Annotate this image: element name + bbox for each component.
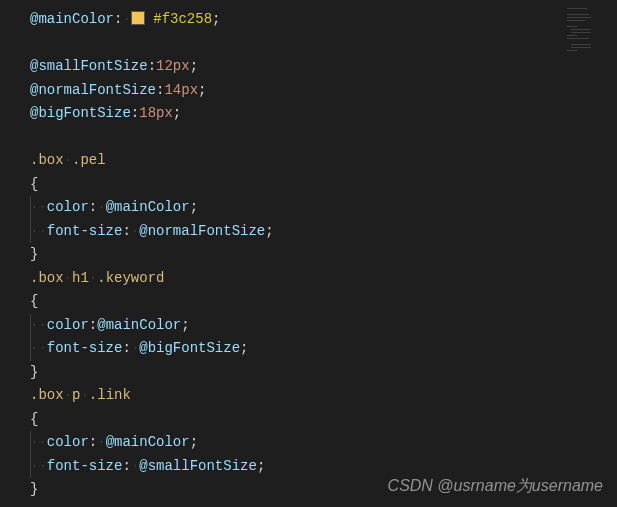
code-line: .box·.pel bbox=[0, 149, 617, 173]
code-line: ··font-size:·@bigFontSize; bbox=[0, 337, 617, 361]
code-editor[interactable]: @mainColor:· #f3c258; @smallFontSize:12p… bbox=[0, 0, 617, 507]
selector-keyword: .box·h1·.keyword bbox=[30, 270, 164, 286]
val-smallFont: 12px bbox=[156, 58, 190, 74]
code-line: @smallFontSize:12px; bbox=[0, 55, 617, 79]
var-smallFont: @smallFontSize bbox=[30, 58, 148, 74]
code-line: ··color:@mainColor; bbox=[0, 314, 617, 338]
val-bigFont: 18px bbox=[139, 105, 173, 121]
selector-pel: .box·.pel bbox=[30, 152, 106, 168]
color-value: #f3c258 bbox=[153, 11, 212, 27]
code-line: @bigFontSize:18px; bbox=[0, 102, 617, 126]
code-line: ··color:·@mainColor; bbox=[0, 196, 617, 220]
code-line: @mainColor:· #f3c258; bbox=[0, 8, 617, 32]
code-line: @normalFontSize:14px; bbox=[0, 79, 617, 103]
code-line: ··color:·@mainColor; bbox=[0, 431, 617, 455]
code-line: ··font-size:·@smallFontSize; bbox=[0, 455, 617, 479]
watermark: CSDN @usrname为username bbox=[388, 476, 603, 497]
code-line bbox=[0, 32, 617, 56]
code-line: { bbox=[0, 173, 617, 197]
code-line: } bbox=[0, 243, 617, 267]
code-line: { bbox=[0, 290, 617, 314]
color-swatch bbox=[131, 11, 145, 25]
code-line: ··font-size:·@normalFontSize; bbox=[0, 220, 617, 244]
code-line: .box·h1·.keyword bbox=[0, 267, 617, 291]
var-bigFont: @bigFontSize bbox=[30, 105, 131, 121]
var-normalFont: @normalFontSize bbox=[30, 82, 156, 98]
code-line: { bbox=[0, 408, 617, 432]
selector-link: .box·p·.link bbox=[30, 387, 131, 403]
val-normalFont: 14px bbox=[164, 82, 198, 98]
var-mainColor: @mainColor bbox=[30, 11, 114, 27]
code-line: } bbox=[0, 361, 617, 385]
code-line: .box·p·.link bbox=[0, 384, 617, 408]
code-line bbox=[0, 126, 617, 150]
